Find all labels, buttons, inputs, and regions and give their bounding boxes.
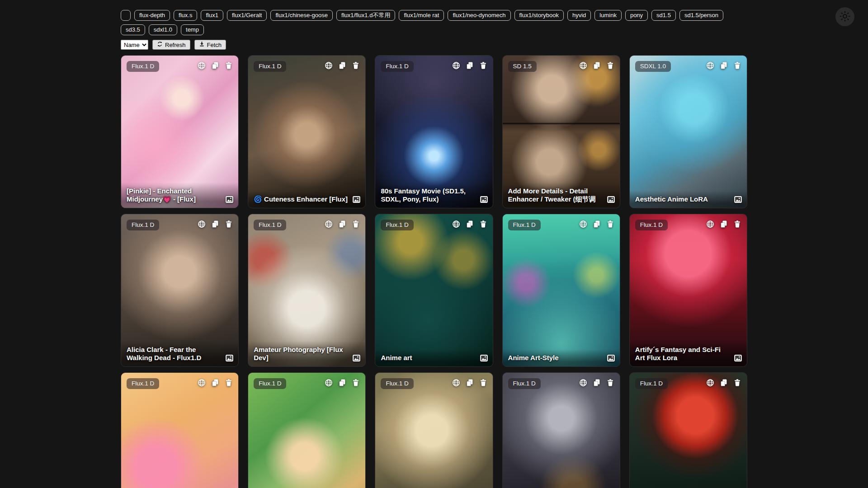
- sort-select[interactable]: Name: [121, 40, 148, 50]
- image-icon[interactable]: [734, 354, 742, 362]
- image-icon[interactable]: [352, 195, 361, 204]
- base-model-badge: Flux.1 D: [508, 378, 541, 389]
- trash-icon[interactable]: [352, 379, 360, 387]
- fetch-button[interactable]: Fetch: [194, 40, 226, 50]
- trash-icon[interactable]: [733, 220, 741, 228]
- globe-icon[interactable]: [706, 379, 714, 387]
- copy-icon[interactable]: [720, 61, 728, 70]
- globe-icon[interactable]: [452, 220, 460, 228]
- filter-tag-flux-depth[interactable]: flux-depth: [134, 10, 170, 21]
- copy-icon[interactable]: [338, 379, 346, 387]
- model-card[interactable]: Flux.1 D: [629, 214, 747, 367]
- image-icon[interactable]: [607, 195, 615, 204]
- image-icon[interactable]: [225, 354, 234, 362]
- model-card[interactable]: Flux.1 D: [121, 372, 239, 488]
- globe-icon[interactable]: [579, 61, 587, 70]
- filter-tag-sd1.5/person[interactable]: sd1.5/person: [679, 10, 723, 21]
- image-icon[interactable]: [225, 195, 234, 204]
- filter-tag-blank[interactable]: [121, 10, 131, 21]
- copy-icon[interactable]: [211, 379, 219, 387]
- filter-tag-flux1/storybook[interactable]: flux1/storybook: [514, 10, 564, 21]
- filter-tag-flux1/neo-dynomech[interactable]: flux1/neo-dynomech: [448, 10, 510, 21]
- image-icon[interactable]: [734, 195, 742, 204]
- trash-icon[interactable]: [225, 379, 233, 387]
- model-card[interactable]: Flux.1 D: [502, 214, 620, 367]
- trash-icon[interactable]: [733, 61, 741, 70]
- copy-icon[interactable]: [593, 220, 601, 228]
- copy-icon[interactable]: [466, 379, 474, 387]
- trash-icon[interactable]: [352, 220, 360, 228]
- copy-icon[interactable]: [720, 220, 728, 228]
- image-icon[interactable]: [480, 354, 488, 362]
- trash-icon[interactable]: [606, 379, 614, 387]
- globe-icon[interactable]: [452, 61, 460, 70]
- filter-tag-label: sd3.5: [126, 26, 140, 33]
- globe-icon[interactable]: [325, 379, 333, 387]
- trash-icon[interactable]: [606, 61, 614, 70]
- globe-icon[interactable]: [325, 61, 333, 70]
- filter-tag-flux1/chinese-goose[interactable]: flux1/chinese-goose: [270, 10, 333, 21]
- model-title: 80s Fantasy Movie (SD1.5, SDXL, Pony, Fl…: [381, 187, 476, 204]
- trash-icon[interactable]: [479, 220, 487, 228]
- copy-icon[interactable]: [466, 220, 474, 228]
- trash-icon[interactable]: [479, 379, 487, 387]
- globe-icon[interactable]: [325, 220, 333, 228]
- model-card[interactable]: Flux.1 D: [121, 55, 239, 208]
- model-card[interactable]: Flux.1 D: [248, 55, 366, 208]
- refresh-button[interactable]: Refresh: [152, 40, 190, 50]
- model-card[interactable]: Flux.1 D: [375, 372, 493, 488]
- filter-tag-label: pony: [630, 12, 643, 19]
- copy-icon[interactable]: [593, 379, 601, 387]
- trash-icon[interactable]: [225, 61, 233, 70]
- filter-tag-label: lumink: [599, 12, 617, 19]
- model-card[interactable]: Flux.1 D: [248, 372, 366, 488]
- card-footer: Artify´s Fantasy and Sci-Fi Art Flux Lor…: [630, 341, 747, 367]
- trash-icon[interactable]: [733, 379, 741, 387]
- image-icon[interactable]: [352, 354, 361, 362]
- trash-icon[interactable]: [479, 61, 487, 70]
- copy-icon[interactable]: [720, 379, 728, 387]
- filter-tag-sd3.5[interactable]: sd3.5: [121, 24, 145, 35]
- copy-icon[interactable]: [211, 220, 219, 228]
- copy-icon[interactable]: [338, 61, 346, 70]
- filter-tag-hyvid[interactable]: hyvid: [567, 10, 591, 21]
- copy-icon[interactable]: [466, 61, 474, 70]
- filter-tag-lumink[interactable]: lumink: [594, 10, 622, 21]
- model-card[interactable]: SD 1.5: [502, 55, 620, 208]
- globe-icon[interactable]: [198, 220, 206, 228]
- model-card[interactable]: Flux.1 D: [502, 372, 620, 488]
- image-icon[interactable]: [607, 354, 615, 362]
- filter-tag-flux1/flux1.d不常用[interactable]: flux1/flux1.d不常用: [336, 10, 395, 21]
- model-card[interactable]: Flux.1 D: [629, 372, 747, 488]
- image-icon[interactable]: [480, 195, 488, 204]
- globe-icon[interactable]: [579, 379, 587, 387]
- filter-tag-flux1/mole rat[interactable]: flux1/mole rat: [399, 10, 444, 21]
- filter-tag-sdxl1.0[interactable]: sdxl1.0: [149, 24, 177, 35]
- trash-icon[interactable]: [225, 220, 233, 228]
- model-card[interactable]: Flux.1 D: [375, 55, 493, 208]
- trash-icon[interactable]: [606, 220, 614, 228]
- globe-icon[interactable]: [198, 61, 206, 70]
- copy-icon[interactable]: [593, 61, 601, 70]
- model-card[interactable]: Flux.1 D: [121, 214, 239, 367]
- copy-icon[interactable]: [338, 220, 346, 228]
- copy-icon[interactable]: [211, 61, 219, 70]
- model-card[interactable]: Flux.1 D: [248, 214, 366, 367]
- globe-icon[interactable]: [579, 220, 587, 228]
- theme-toggle-button[interactable]: [835, 7, 854, 26]
- model-card[interactable]: Flux.1 D: [375, 214, 493, 367]
- filter-tag-flux1/Geralt[interactable]: flux1/Geralt: [227, 10, 267, 21]
- model-card[interactable]: SDXL 1.0: [629, 55, 747, 208]
- filter-tag-flux1[interactable]: flux1: [201, 10, 223, 21]
- filter-tag-label: sdxl1.0: [154, 26, 172, 33]
- trash-icon[interactable]: [352, 61, 360, 70]
- filter-tag-sd1.5[interactable]: sd1.5: [651, 10, 676, 21]
- base-model-badge: SD 1.5: [508, 61, 537, 72]
- globe-icon[interactable]: [706, 220, 714, 228]
- globe-icon[interactable]: [706, 61, 714, 70]
- filter-tag-pony[interactable]: pony: [625, 10, 648, 21]
- filter-tag-flux.s[interactable]: flux.s: [174, 10, 197, 21]
- globe-icon[interactable]: [198, 379, 206, 387]
- filter-tag-temp[interactable]: temp: [181, 24, 204, 35]
- globe-icon[interactable]: [452, 379, 460, 387]
